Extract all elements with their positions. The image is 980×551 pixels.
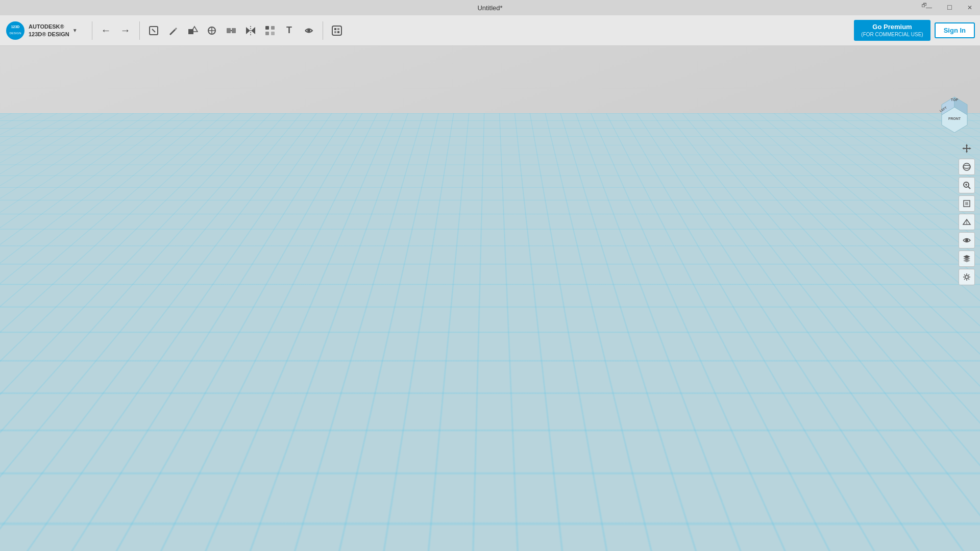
mirror-tool-button[interactable] xyxy=(241,21,260,40)
svg-rect-81 xyxy=(135,541,138,544)
snap-icon xyxy=(303,25,314,36)
minecraft-button[interactable] xyxy=(129,532,149,550)
bottom-right-controls: Edit Grid Snap : 1 Units : mm xyxy=(878,516,975,528)
start-button[interactable] xyxy=(0,531,20,551)
keyboard-indicator[interactable]: ⌨ xyxy=(877,537,888,545)
system-tray: ⌨ ENG 🔌 🔊 6:46 PM 12/8/2015 xyxy=(877,532,980,550)
cortana-button[interactable] xyxy=(43,532,63,550)
svg-rect-59 xyxy=(398,495,405,502)
logo-dropdown-arrow[interactable]: ▼ xyxy=(72,28,78,33)
length-input[interactable] xyxy=(457,492,483,505)
ruler-150: 150 xyxy=(11,202,20,208)
svg-rect-11 xyxy=(232,28,236,33)
clock-time: 6:46 PM xyxy=(941,532,968,541)
settings-nav-button[interactable] xyxy=(959,269,975,285)
svg-rect-89 xyxy=(920,540,921,544)
svg-text:DESIGN: DESIGN xyxy=(9,32,21,35)
ruler-75: 75 xyxy=(11,337,17,343)
premium-button[interactable]: Go Premium (FOR COMMERCIAL USE) xyxy=(854,20,930,41)
volume-icon[interactable]: 🔊 xyxy=(929,537,938,545)
zoom-button[interactable] xyxy=(959,177,975,193)
pan-button[interactable] xyxy=(959,140,975,157)
task-view-icon xyxy=(26,536,35,545)
cortana-icon xyxy=(48,536,58,546)
paint-button[interactable] xyxy=(214,532,235,550)
ruler-100: 100 xyxy=(11,278,20,284)
svg-marker-47 xyxy=(969,147,971,149)
undo-button[interactable]: ← xyxy=(97,21,115,40)
maximize-button[interactable]: ☐ xyxy=(939,0,960,15)
logo-area: 123D DESIGN AUTODESK® 123D® DESIGN ▼ xyxy=(5,20,78,41)
text-tool-button[interactable]: T xyxy=(280,21,299,40)
svg-rect-55 xyxy=(965,202,968,205)
materials-button[interactable] xyxy=(328,21,346,40)
autodesk-taskbar-button[interactable] xyxy=(172,532,192,550)
media-button[interactable] xyxy=(107,532,128,550)
perspective-button[interactable] xyxy=(959,214,975,230)
snap-tool-button[interactable] xyxy=(300,21,318,40)
layers-button[interactable] xyxy=(959,251,975,267)
svg-rect-91 xyxy=(924,537,925,544)
svg-rect-82 xyxy=(139,541,142,544)
svg-marker-13 xyxy=(246,27,250,34)
task-view-button[interactable] xyxy=(20,532,41,550)
viewcube[interactable]: FRONT LEFT TOP xyxy=(934,92,975,133)
group-tool-button[interactable] xyxy=(222,21,240,40)
svg-rect-17 xyxy=(271,26,275,30)
edit-grid-button[interactable]: Edit Grid xyxy=(878,516,913,528)
minecraft-icon xyxy=(133,535,144,546)
materials-icon xyxy=(331,25,342,36)
svg-rect-69 xyxy=(27,541,30,545)
language-indicator[interactable]: ENG xyxy=(891,538,903,544)
logo-text-area: AUTODESK® 123D® DESIGN xyxy=(29,23,69,38)
folder-button[interactable] xyxy=(193,532,213,550)
redo-button[interactable]: → xyxy=(116,21,135,40)
network-icon[interactable]: 🔌 xyxy=(906,537,915,545)
eye-button[interactable] xyxy=(959,232,975,248)
show-desktop-button[interactable] xyxy=(971,532,975,550)
orbit-button[interactable] xyxy=(959,159,975,175)
height-input[interactable] xyxy=(561,492,587,505)
svg-point-38 xyxy=(652,267,660,271)
ruler-125: 125 xyxy=(11,237,20,243)
svg-point-58 xyxy=(965,276,968,279)
svg-point-31 xyxy=(409,270,535,285)
fit-button[interactable] xyxy=(959,195,975,212)
svg-rect-78 xyxy=(133,535,144,546)
eagle-button[interactable] xyxy=(150,532,170,550)
small-object xyxy=(637,258,678,278)
folder-icon xyxy=(198,535,209,546)
chrome-button[interactable] xyxy=(64,532,85,550)
transform-tool-button[interactable] xyxy=(203,21,221,40)
windows-icon xyxy=(5,536,15,546)
select-tool-button[interactable] xyxy=(144,21,163,40)
pencil-tool-button[interactable] xyxy=(164,21,182,40)
svg-rect-10 xyxy=(227,28,231,33)
svg-rect-70 xyxy=(31,541,35,545)
grid-canvas xyxy=(0,46,980,113)
pattern-tool-button[interactable] xyxy=(261,21,279,40)
eagle-icon xyxy=(155,535,166,546)
select-icon xyxy=(148,25,159,36)
separator-3 xyxy=(323,21,323,40)
svg-rect-19 xyxy=(271,32,275,35)
close-button[interactable]: ✕ xyxy=(960,0,980,15)
shapes-tool-button[interactable] xyxy=(183,21,202,40)
width-input[interactable] xyxy=(508,492,534,505)
svg-point-72 xyxy=(51,538,56,543)
wifi-icon[interactable] xyxy=(918,536,926,546)
title-bar: Untitled* 🗗 — ☐ ✕ xyxy=(0,0,980,15)
solid-mode-button[interactable] xyxy=(393,490,409,507)
explorer-icon xyxy=(90,535,102,546)
svg-point-75 xyxy=(74,540,76,542)
group-icon xyxy=(226,25,237,36)
taskbar-items xyxy=(41,532,237,550)
svg-rect-18 xyxy=(265,32,269,35)
units-label: Units : mm xyxy=(946,518,975,525)
surface-mode-button[interactable] xyxy=(412,490,429,507)
nav-tools xyxy=(959,140,975,285)
signin-button[interactable]: Sign In xyxy=(935,22,975,38)
svg-rect-21 xyxy=(332,26,341,35)
right-panel-tab[interactable]: ◀ xyxy=(972,286,980,311)
explorer-button[interactable] xyxy=(86,532,106,550)
